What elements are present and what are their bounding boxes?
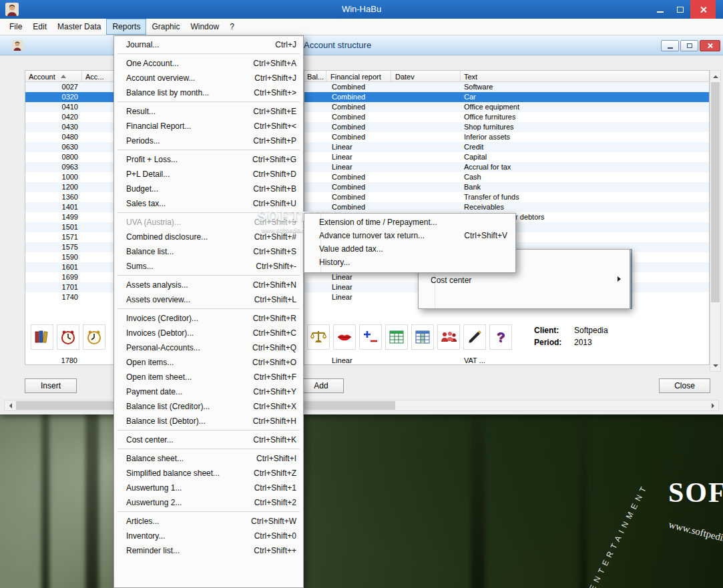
menu-item[interactable]: Invoices (Creditor)... Ctrl+Shift+R bbox=[114, 311, 303, 326]
menubar-item[interactable]: Reports bbox=[106, 19, 146, 35]
menu-item[interactable]: Auswertung 1... Ctrl+Shift+1 bbox=[114, 481, 303, 495]
scales-icon[interactable] bbox=[307, 324, 330, 350]
app-icon bbox=[5, 3, 19, 16]
minimize-icon bbox=[657, 11, 664, 13]
menu-item[interactable]: Account overview... Ctrl+Shift+J bbox=[114, 71, 303, 85]
structure-row[interactable]: Linear Credit bbox=[304, 142, 709, 152]
column-header-text[interactable]: Text bbox=[461, 71, 709, 81]
people-icon[interactable] bbox=[437, 324, 460, 350]
menu-item[interactable]: Invoices (Debtor)... Ctrl+Shift+C bbox=[114, 326, 303, 340]
structure-row[interactable]: Combined Shop furnitures bbox=[304, 122, 709, 132]
menu-item[interactable]: Cost center... Ctrl+Shift+K bbox=[114, 432, 303, 447]
scroll-left-button[interactable] bbox=[5, 400, 15, 410]
journal-icon[interactable] bbox=[31, 324, 53, 350]
submenu-item[interactable]: Extension of time / Prepayment... bbox=[304, 216, 515, 229]
restore-icon bbox=[687, 43, 692, 48]
horizontal-scrollbar[interactable] bbox=[4, 400, 719, 411]
structure-row[interactable]: Combined Receivables bbox=[304, 202, 709, 212]
menu-item[interactable]: Profit + Loss... Ctrl+Shift+G bbox=[114, 152, 303, 167]
menu-item[interactable]: Balance list (Debtor)... Ctrl+Shift+H bbox=[114, 414, 303, 428]
scroll-down-icon bbox=[713, 364, 718, 370]
structure-row[interactable]: Combined Software bbox=[304, 82, 709, 92]
table-icon[interactable] bbox=[385, 324, 408, 350]
menu-item[interactable]: Inventory... Ctrl+Shift+0 bbox=[114, 529, 303, 543]
structure-row-partial[interactable]: Linear VAT ... bbox=[304, 356, 698, 364]
table-columns-icon[interactable] bbox=[411, 324, 434, 350]
plus-minus-icon[interactable] bbox=[359, 324, 382, 350]
menu-item[interactable]: Budget... Ctrl+Shift+B bbox=[114, 182, 303, 196]
child-close-button[interactable] bbox=[700, 40, 720, 51]
maximize-button[interactable] bbox=[672, 0, 689, 19]
menu-item[interactable]: Result... Ctrl+Shift+E bbox=[114, 104, 303, 119]
child-minimize-button[interactable] bbox=[661, 40, 679, 51]
toolbar-right: ? bbox=[307, 324, 515, 350]
structure-row[interactable]: Combined Bank bbox=[304, 182, 709, 192]
child-window-titlebar[interactable]: Account structure bbox=[0, 35, 723, 55]
titlebar[interactable]: Win-HaBu bbox=[0, 0, 723, 19]
menu-item[interactable]: Auswertung 2... Ctrl+Shift+2 bbox=[114, 495, 303, 510]
submenu-item[interactable]: Advance turnover tax return... Ctrl+Shif… bbox=[304, 229, 515, 242]
scroll-down-button[interactable] bbox=[710, 360, 720, 371]
structure-row[interactable]: Combined Transfer of funds bbox=[304, 192, 709, 202]
add-button[interactable]: Add bbox=[298, 378, 344, 393]
lips-icon[interactable] bbox=[333, 324, 356, 350]
menu-item[interactable]: Payment date... Ctrl+Shift+Y bbox=[114, 384, 303, 399]
column-header-balance[interactable]: Bal... bbox=[304, 71, 326, 81]
menu-item[interactable]: Open item sheet... Ctrl+Shift+F bbox=[114, 370, 303, 384]
submenu-item[interactable]: Value added tax... bbox=[304, 242, 515, 256]
menu-item[interactable]: Periods... Ctrl+Shift+P bbox=[114, 133, 303, 148]
menu-item[interactable]: Balance sheet... Ctrl+Shift+I bbox=[114, 451, 303, 466]
clock-icon[interactable] bbox=[83, 324, 105, 350]
question-icon[interactable]: ? bbox=[489, 324, 512, 350]
menubar-item[interactable]: Graphic bbox=[146, 19, 185, 35]
child-restore-button[interactable] bbox=[680, 40, 698, 51]
menu-item[interactable]: One Account... Ctrl+Shift+A bbox=[114, 56, 303, 71]
insert-button[interactable]: Insert bbox=[25, 378, 77, 393]
column-header-financial-report[interactable]: Financial report bbox=[326, 71, 391, 81]
menu-item[interactable]: Financial Report... Ctrl+Shift+< bbox=[114, 119, 303, 133]
close-button[interactable] bbox=[690, 0, 716, 19]
structure-row[interactable]: Combined Office fur­nitures bbox=[304, 112, 709, 122]
menu-item[interactable]: Assets analysis... Ctrl+Shift+N bbox=[114, 278, 303, 292]
vertical-scrollbar-thumb[interactable] bbox=[711, 82, 720, 302]
menu-item[interactable]: P+L Detail... Ctrl+Shift+D bbox=[114, 167, 303, 182]
structure-row[interactable]: Combined Car bbox=[304, 92, 709, 102]
menu-item[interactable]: Journal... Ctrl+J bbox=[114, 37, 303, 52]
scroll-left-icon bbox=[7, 403, 12, 408]
menu-item[interactable]: Reminder list... Ctrl+Shift++ bbox=[114, 543, 303, 558]
column-header-account[interactable]: Account bbox=[25, 71, 82, 81]
minimize-button[interactable] bbox=[652, 0, 669, 19]
account-row-partial[interactable]: 1780 bbox=[25, 356, 81, 364]
scroll-right-button[interactable] bbox=[708, 400, 718, 410]
structure-row[interactable]: Combined Cash bbox=[304, 172, 709, 182]
softpedia-watermark-url: www.softpedia.com bbox=[668, 519, 723, 549]
pen-icon[interactable] bbox=[463, 324, 486, 350]
structure-row[interactable]: Combined Office equipment bbox=[304, 102, 709, 112]
menu-item[interactable]: Assets overview... Ctrl+Shift+L bbox=[114, 292, 303, 307]
menu-item[interactable]: Balance list by month... Ctrl+Shift+> bbox=[114, 85, 303, 100]
menubar-item[interactable]: ? bbox=[224, 19, 240, 35]
close-dialog-button[interactable]: Close bbox=[659, 378, 710, 393]
menu-item[interactable]: Open items... Ctrl+Shift+O bbox=[114, 355, 303, 370]
submenu-item[interactable]: History... bbox=[304, 256, 515, 269]
menu-item[interactable]: Personal-Accounts... Ctrl+Shift+Q bbox=[114, 340, 303, 355]
structure-row[interactable]: Linear Accrual for tax bbox=[304, 162, 709, 172]
maximize-icon bbox=[677, 7, 684, 13]
scroll-up-button[interactable] bbox=[710, 71, 720, 81]
menubar-item[interactable]: Edit bbox=[27, 19, 52, 35]
structure-row[interactable]: Linear Capital bbox=[304, 152, 709, 162]
client-period-info: Client: Softpedia Period: 2013 bbox=[534, 326, 608, 350]
structure-row[interactable]: Combined Inferior assets bbox=[304, 132, 709, 142]
menu-item[interactable]: Articles... Ctrl+Shift+W bbox=[114, 514, 303, 529]
menu-item[interactable]: Balance list... Ctrl+Shift+S bbox=[114, 244, 303, 259]
period-value: 2013 bbox=[574, 338, 592, 347]
menubar-item[interactable]: File bbox=[4, 19, 27, 35]
menu-item[interactable]: Sums... Ctrl+Shift+- bbox=[114, 259, 303, 274]
vertical-scrollbar[interactable] bbox=[710, 70, 721, 372]
menubar-item[interactable]: Window bbox=[185, 19, 224, 35]
menu-item[interactable]: Balance list (Creditor)... Ctrl+Shift+X bbox=[114, 399, 303, 414]
menubar-item[interactable]: Master Data bbox=[52, 19, 106, 35]
alarm-clock-icon[interactable] bbox=[57, 324, 79, 350]
column-header-datev[interactable]: Datev bbox=[391, 71, 461, 81]
menu-item[interactable]: Simplified balance sheet... Ctrl+Shift+Z bbox=[114, 466, 303, 481]
